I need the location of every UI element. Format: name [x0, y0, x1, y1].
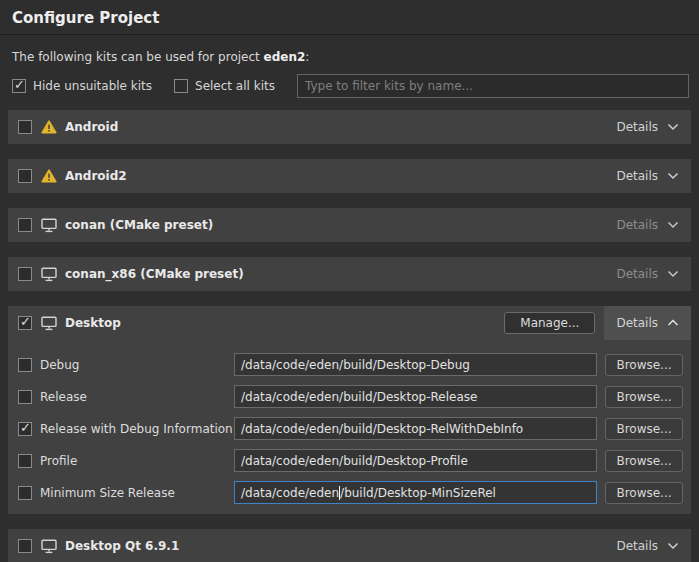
- kit-header: conan_x86 (CMake preset) Details: [8, 257, 691, 291]
- build-dir-input-focused[interactable]: /data/code/eden/build/Desktop-MinSizeRel: [234, 481, 597, 504]
- details-toggle[interactable]: Details: [604, 257, 691, 291]
- kit-row-android: Android Details: [8, 110, 691, 144]
- config-checkbox[interactable]: [18, 422, 32, 436]
- kit-checkbox[interactable]: [18, 316, 32, 330]
- kit-filter-input[interactable]: [297, 74, 689, 98]
- page-title: Configure Project: [0, 0, 699, 35]
- config-checkbox[interactable]: [18, 454, 32, 468]
- build-config-row-relwithdebinfo: Release with Debug Information Browse...: [18, 417, 683, 440]
- chevron-down-icon: [667, 270, 679, 278]
- build-config-list: Debug Browse... Release Browse... Releas…: [8, 340, 691, 514]
- config-left: Minimum Size Release: [18, 486, 234, 500]
- chevron-down-icon: [667, 542, 679, 550]
- details-toggle[interactable]: Details: [604, 208, 691, 242]
- kit-name: Android: [65, 120, 118, 134]
- details-label: Details: [616, 169, 658, 183]
- kit-header: conan (CMake preset) Details: [8, 208, 691, 242]
- config-label: Profile: [40, 454, 77, 468]
- kit-checkbox[interactable]: [18, 169, 32, 183]
- chevron-down-icon: [667, 123, 679, 131]
- details-label: Details: [616, 539, 658, 553]
- details-toggle[interactable]: Details: [604, 110, 691, 144]
- browse-button[interactable]: Browse...: [605, 450, 683, 472]
- config-checkbox[interactable]: [18, 390, 32, 404]
- details-label: Details: [616, 218, 658, 232]
- hide-unsuitable-kits-checkbox[interactable]: Hide unsuitable kits: [12, 79, 152, 93]
- kit-header: Android Details: [8, 110, 691, 144]
- details-toggle[interactable]: Details: [604, 529, 691, 562]
- config-checkbox[interactable]: [18, 358, 32, 372]
- path-text-after-caret: /build/Desktop-MinSizeRel: [340, 486, 496, 500]
- kit-row-conan-x86: conan_x86 (CMake preset) Details: [8, 257, 691, 291]
- subtitle-suffix: :: [305, 50, 309, 64]
- kit-name: Android2: [65, 169, 127, 183]
- browse-button[interactable]: Browse...: [605, 354, 683, 376]
- project-name: eden2: [264, 50, 306, 64]
- config-left: Release: [18, 390, 234, 404]
- subtitle-prefix: The following kits can be used for proje…: [12, 50, 264, 64]
- details-toggle[interactable]: Details: [604, 306, 691, 340]
- kit-checkbox[interactable]: [18, 218, 32, 232]
- kits-description: The following kits can be used for proje…: [0, 35, 699, 64]
- build-config-row-debug: Debug Browse...: [18, 353, 683, 376]
- kit-row-android2: Android2 Details: [8, 159, 691, 193]
- config-label: Minimum Size Release: [40, 486, 175, 500]
- details-label: Details: [616, 120, 658, 134]
- config-left: Debug: [18, 358, 234, 372]
- checkbox-unchecked-icon[interactable]: [174, 79, 188, 93]
- kit-row-conan: conan (CMake preset) Details: [8, 208, 691, 242]
- kit-name: Desktop: [65, 316, 121, 330]
- config-left: Release with Debug Information: [18, 422, 234, 436]
- kit-row-desktop-qt: Desktop Qt 6.9.1 Details: [8, 529, 691, 562]
- config-label: Release: [40, 390, 87, 404]
- chevron-down-icon: [667, 221, 679, 229]
- build-dir-input[interactable]: [234, 353, 597, 376]
- kit-name: conan (CMake preset): [65, 218, 213, 232]
- chevron-up-icon: [667, 319, 679, 327]
- kit-name: Desktop Qt 6.9.1: [65, 539, 179, 553]
- kit-checkbox[interactable]: [18, 539, 32, 553]
- path-text-before-caret: /data/code/eden: [241, 486, 339, 500]
- build-dir-input[interactable]: [234, 449, 597, 472]
- kit-header: Desktop Qt 6.9.1 Details: [8, 529, 691, 562]
- desktop-monitor-icon: [41, 267, 57, 282]
- details-label: Details: [616, 267, 658, 281]
- build-dir-input[interactable]: [234, 385, 597, 408]
- kit-list: Android Details Android2 Details: [8, 110, 691, 562]
- config-left: Profile: [18, 454, 234, 468]
- build-config-row-profile: Profile Browse...: [18, 449, 683, 472]
- browse-button[interactable]: Browse...: [605, 482, 683, 504]
- build-config-row-release: Release Browse...: [18, 385, 683, 408]
- kit-checkbox[interactable]: [18, 120, 32, 134]
- desktop-monitor-icon: [41, 316, 57, 331]
- chevron-down-icon: [667, 172, 679, 180]
- config-checkbox[interactable]: [18, 486, 32, 500]
- config-label: Debug: [40, 358, 79, 372]
- checkbox-checked-icon[interactable]: [12, 79, 26, 93]
- desktop-monitor-icon: [41, 218, 57, 233]
- warning-icon: [41, 169, 57, 183]
- config-label: Release with Debug Information: [40, 422, 233, 436]
- kit-header: Desktop Manage... Details: [8, 306, 691, 340]
- select-all-kits-checkbox[interactable]: Select all kits: [174, 79, 275, 93]
- kit-filter-bar: Hide unsuitable kits Select all kits: [0, 64, 699, 98]
- manage-button[interactable]: Manage...: [504, 312, 595, 334]
- build-config-row-minsizerel: Minimum Size Release /data/code/eden/bui…: [18, 481, 683, 504]
- details-label: Details: [616, 316, 658, 330]
- kit-header: Android2 Details: [8, 159, 691, 193]
- kit-row-desktop: Desktop Manage... Details Debug Browse..…: [8, 306, 691, 514]
- select-all-kits-label: Select all kits: [195, 79, 275, 93]
- browse-button[interactable]: Browse...: [605, 386, 683, 408]
- warning-icon: [41, 120, 57, 134]
- kit-name: conan_x86 (CMake preset): [65, 267, 244, 281]
- hide-unsuitable-kits-label: Hide unsuitable kits: [33, 79, 152, 93]
- kit-checkbox[interactable]: [18, 267, 32, 281]
- desktop-monitor-icon: [41, 539, 57, 554]
- browse-button[interactable]: Browse...: [605, 418, 683, 440]
- build-dir-input[interactable]: [234, 417, 597, 440]
- details-toggle[interactable]: Details: [604, 159, 691, 193]
